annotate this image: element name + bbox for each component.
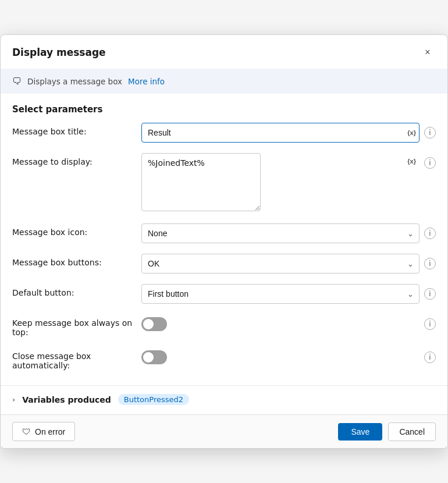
dialog-footer: 🛡 On error Save Cancel <box>1 414 447 448</box>
message-box-icon-label: Message box icon: <box>12 223 134 237</box>
default-button-info-icon[interactable]: i <box>424 288 436 300</box>
keep-on-top-toggle[interactable] <box>141 317 167 331</box>
message-to-display-input[interactable] <box>141 153 261 211</box>
message-box-icon-info-icon[interactable]: i <box>424 228 436 239</box>
message-box-buttons-label: Message box buttons: <box>12 254 134 267</box>
message-box-buttons-row: Message box buttons: OK OK - Cancel Yes … <box>12 254 436 274</box>
message-box-title-input-wrapper: {x} <box>141 123 419 143</box>
keep-on-top-label: Keep message box always on top: <box>12 314 134 337</box>
close-auto-info-icon[interactable]: i <box>424 351 436 363</box>
message-to-display-var-btn[interactable]: {x} <box>407 158 416 165</box>
form-body: Message box title: {x} i Message to disp… <box>1 123 447 381</box>
section-title: Select parameters <box>1 98 447 123</box>
message-box-icon-row: Message box icon: None Information Warni… <box>12 223 436 243</box>
info-banner: 🗨 Displays a message box More info <box>1 69 447 94</box>
default-button-select[interactable]: First button Second button Third button <box>141 284 419 304</box>
close-auto-row: Close message box automatically: i <box>12 347 436 370</box>
default-button-row: Default button: First button Second butt… <box>12 284 436 304</box>
display-message-dialog: Display message × 🗨 Displays a message b… <box>0 34 448 449</box>
message-box-buttons-control: OK OK - Cancel Yes - No Yes - No - Cance… <box>141 254 436 274</box>
variables-chevron-right-icon[interactable]: › <box>12 395 15 404</box>
on-error-label: On error <box>35 427 65 436</box>
default-button-select-wrapper: First button Second button Third button … <box>141 284 419 304</box>
save-button[interactable]: Save <box>338 423 382 441</box>
message-to-display-row: Message to display: {x} i <box>12 153 436 213</box>
shield-icon: 🛡 <box>22 427 31 436</box>
close-auto-label: Close message box automatically: <box>12 347 134 370</box>
close-auto-toggle-knob <box>143 352 154 363</box>
keep-on-top-control: i <box>141 314 436 331</box>
message-box-title-var-btn[interactable]: {x} <box>407 129 416 136</box>
message-box-buttons-select-wrapper: OK OK - Cancel Yes - No Yes - No - Cance… <box>141 254 419 274</box>
footer-left: 🛡 On error <box>12 422 75 441</box>
variable-badge[interactable]: ButtonPressed2 <box>118 394 189 405</box>
close-auto-control: i <box>141 347 436 364</box>
message-box-icon-select[interactable]: None Information Warning Error <box>141 223 419 243</box>
message-box-title-info-icon[interactable]: i <box>424 127 436 138</box>
message-icon: 🗨 <box>12 76 22 87</box>
message-to-display-control: {x} i <box>141 153 436 213</box>
info-banner-text: Displays a message box <box>27 77 122 86</box>
message-box-title-row: Message box title: {x} i <box>12 123 436 143</box>
dialog-title: Display message <box>12 47 106 58</box>
message-box-title-label: Message box title: <box>12 123 134 136</box>
message-to-display-textarea-wrapper: {x} <box>141 153 419 213</box>
default-button-label: Default button: <box>12 284 134 297</box>
dialog-titlebar: Display message × <box>1 35 447 69</box>
on-error-button[interactable]: 🛡 On error <box>12 422 75 441</box>
message-box-buttons-select[interactable]: OK OK - Cancel Yes - No Yes - No - Cance… <box>141 254 419 274</box>
close-auto-toggle[interactable] <box>141 350 167 364</box>
more-info-link[interactable]: More info <box>128 77 165 86</box>
message-box-title-control: {x} i <box>141 123 436 143</box>
variables-produced-label: Variables produced <box>22 395 111 404</box>
message-box-icon-select-wrapper: None Information Warning Error ⌄ <box>141 223 419 243</box>
message-to-display-info-icon[interactable]: i <box>424 157 436 169</box>
message-to-display-label: Message to display: <box>12 153 134 166</box>
close-button[interactable]: × <box>419 44 436 61</box>
footer-right: Save Cancel <box>338 422 436 441</box>
message-box-title-input[interactable] <box>141 123 419 143</box>
default-button-control: First button Second button Third button … <box>141 284 436 304</box>
variables-produced-row: › Variables produced ButtonPressed2 <box>1 385 447 414</box>
message-box-buttons-info-icon[interactable]: i <box>424 258 436 269</box>
message-box-icon-control: None Information Warning Error ⌄ i <box>141 223 436 243</box>
keep-on-top-row: Keep message box always on top: i <box>12 314 436 337</box>
keep-on-top-toggle-knob <box>143 319 154 329</box>
keep-on-top-info-icon[interactable]: i <box>424 318 436 330</box>
cancel-button[interactable]: Cancel <box>388 422 436 441</box>
